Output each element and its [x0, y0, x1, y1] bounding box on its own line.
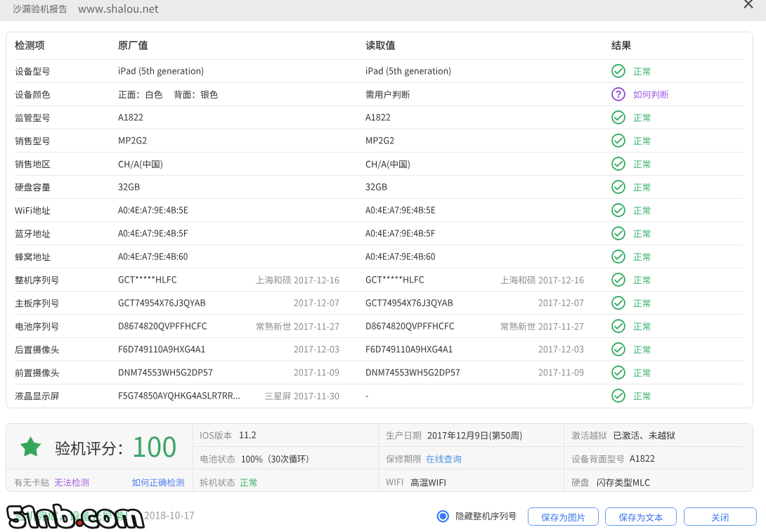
svg-text:?: ? [616, 89, 622, 100]
